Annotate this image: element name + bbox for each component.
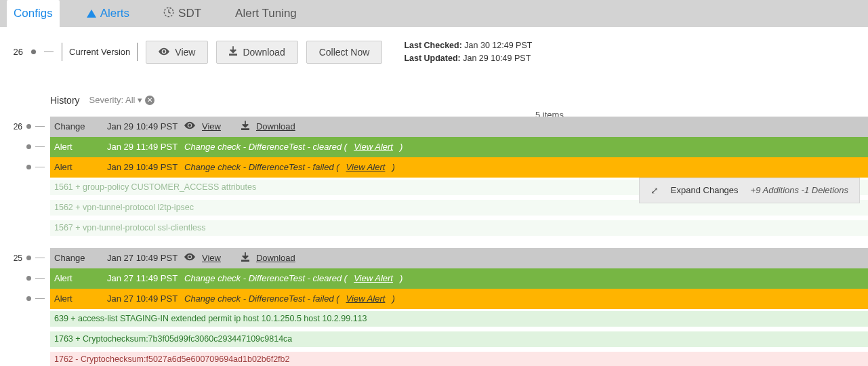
row-type: Change	[50, 121, 107, 131]
download-icon	[241, 121, 249, 132]
timeline-dot-icon	[26, 144, 31, 149]
severity-label: Severity: All	[89, 95, 136, 105]
history-group: 26 Change Jan 29 10:49 PST View Download	[0, 117, 868, 239]
alert-row-cleared: Alert Jan 29 11:49 PST Change check - Di…	[0, 137, 868, 157]
download-icon	[229, 46, 237, 58]
diff-deletion-line: 1762 - Cryptochecksum:f5027a6d5e60070969…	[50, 352, 868, 367]
last-checked-label: Last Checked:	[404, 41, 461, 50]
timeline-line-icon	[35, 278, 45, 279]
expand-label: Expand Changes	[671, 185, 739, 195]
alert-close-paren: )	[400, 142, 402, 152]
row-type: Alert	[50, 273, 107, 283]
history-group: 25 Change Jan 27 10:49 PST View Download	[0, 248, 868, 367]
history-header: History Severity: All ▾ ✕	[0, 91, 868, 110]
clear-filter-icon[interactable]: ✕	[145, 96, 154, 105]
alert-close-paren: )	[400, 273, 402, 283]
tab-configs-label: Configs	[14, 7, 53, 20]
timeline-dot-icon	[26, 256, 31, 260]
view-alert-link[interactable]: View Alert	[354, 142, 393, 152]
view-link[interactable]: View	[202, 121, 221, 131]
alert-text: Change check - DifferenceTest - failed (	[184, 293, 339, 304]
tabs-bar: Configs Alerts SDT Alert Tuning	[0, 0, 868, 27]
expand-icon: ⤢	[650, 185, 659, 196]
download-icon	[241, 252, 249, 264]
row-type: Alert	[50, 142, 107, 152]
timeline-line-icon	[35, 126, 45, 127]
toolbar-row: 26 Current Version View Download Collect…	[0, 27, 868, 77]
alert-text: Change check - DifferenceTest - failed (	[184, 162, 339, 172]
tab-alerts-label: Alerts	[100, 7, 129, 20]
tab-alert-tuning[interactable]: Alert Tuning	[228, 0, 304, 27]
alert-row-cleared: Alert Jan 27 11:49 PST Change check - Di…	[0, 268, 868, 289]
alert-row-failed: Alert Jan 27 10:49 PST Change check - Di…	[0, 289, 868, 309]
alert-text: Change check - DifferenceTest - cleared …	[184, 142, 347, 152]
view-button-label: View	[175, 47, 195, 58]
tab-sdt[interactable]: SDT	[157, 0, 208, 27]
alert-row-failed: Alert Jan 29 10:49 PST Change check - Di…	[0, 157, 868, 178]
last-updated-value: Jan 29 10:49 PST	[463, 54, 531, 63]
diff-addition-line: 1567 + vpn-tunnel-protocol ssl-clientles…	[50, 220, 868, 237]
download-button[interactable]: Download	[216, 41, 297, 64]
timeline-line-icon	[35, 146, 45, 147]
version-number: 26	[9, 122, 22, 131]
timeline-dot-icon	[26, 276, 31, 281]
row-type: Change	[50, 253, 107, 263]
version-number: 25	[9, 253, 22, 263]
collect-now-button[interactable]: Collect Now	[306, 41, 383, 64]
eye-icon	[159, 47, 169, 58]
row-time: Jan 29 10:49 PST	[107, 121, 184, 131]
timeline-dot-icon	[31, 49, 36, 54]
severity-filter[interactable]: Severity: All ▾ ✕	[89, 95, 155, 105]
diff-addition-line: 639 + access-list STAGING-IN extended pe…	[50, 311, 868, 327]
chevron-down-icon: ▾	[138, 95, 142, 105]
view-alert-link[interactable]: View Alert	[346, 162, 386, 172]
diff-row: 1567 + vpn-tunnel-protocol ssl-clientles…	[0, 218, 868, 239]
timeline-dot-icon	[26, 296, 31, 301]
timestamps-block: Last Checked: Jan 30 12:49 PST Last Upda…	[404, 39, 532, 65]
tab-configs[interactable]: Configs	[7, 0, 60, 27]
diff-row: 1763 + Cryptochecksum:7b3f05d99fc3060c29…	[0, 329, 868, 350]
alert-close-paren: )	[392, 293, 394, 304]
row-type: Alert	[50, 293, 107, 304]
row-time: Jan 29 10:49 PST	[107, 162, 184, 172]
clock-icon	[163, 7, 174, 21]
diff-row: 1762 - Cryptochecksum:f5027a6d5e60070969…	[0, 350, 868, 367]
last-updated-label: Last Updated:	[404, 54, 460, 63]
view-link[interactable]: View	[202, 253, 221, 263]
download-link[interactable]: Download	[256, 121, 295, 131]
timeline-line-icon	[44, 52, 54, 52]
download-link[interactable]: Download	[256, 253, 295, 263]
row-time: Jan 27 10:49 PST	[107, 293, 184, 304]
row-time: Jan 27 11:49 PST	[107, 273, 184, 283]
timeline-line-icon	[35, 298, 45, 299]
view-alert-link[interactable]: View Alert	[354, 273, 393, 283]
current-version-number: 26	[7, 47, 23, 57]
eye-icon	[184, 121, 195, 131]
current-version-label: Current Version	[62, 43, 138, 61]
diff-addition-line: 1763 + Cryptochecksum:7b3f05d99fc3060c29…	[50, 331, 868, 348]
timeline-line-icon	[35, 258, 45, 258]
eye-icon	[184, 253, 195, 263]
collect-button-label: Collect Now	[319, 47, 370, 58]
tab-alerts[interactable]: Alerts	[80, 0, 136, 27]
history-label: History	[50, 95, 80, 106]
row-type: Alert	[50, 162, 107, 172]
tab-sdt-label: SDT	[178, 7, 201, 20]
last-checked-value: Jan 30 12:49 PST	[464, 41, 532, 50]
expand-changes-button[interactable]: ⤢ Expand Changes +9 Additions -1 Deletio…	[639, 178, 860, 203]
download-button-label: Download	[243, 47, 285, 58]
alert-close-paren: )	[392, 162, 394, 172]
view-alert-link[interactable]: View Alert	[346, 293, 386, 304]
change-row: 25 Change Jan 27 10:49 PST View Download	[0, 248, 868, 268]
row-time: Jan 27 10:49 PST	[107, 253, 184, 263]
diff-row: 639 + access-list STAGING-IN extended pe…	[0, 309, 868, 329]
alert-triangle-icon	[87, 9, 96, 18]
timeline-line-icon	[35, 167, 45, 167]
timeline-dot-icon	[26, 165, 31, 169]
row-time: Jan 29 11:49 PST	[107, 142, 184, 152]
timeline-dot-icon	[26, 124, 31, 129]
alert-text: Change check - DifferenceTest - cleared …	[184, 273, 347, 283]
view-button[interactable]: View	[146, 41, 208, 64]
change-row: 26 Change Jan 29 10:49 PST View Download	[0, 117, 868, 137]
tab-tuning-label: Alert Tuning	[235, 7, 297, 20]
